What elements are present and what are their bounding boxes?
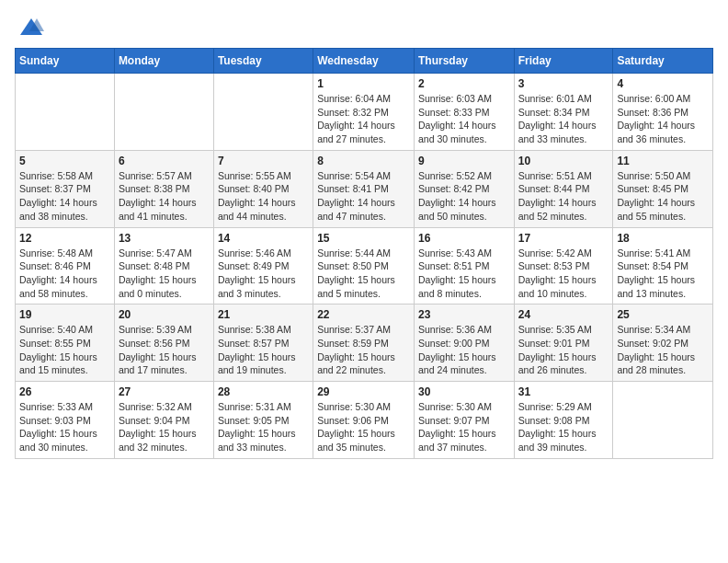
calendar-cell: 16Sunrise: 5:43 AM Sunset: 8:51 PM Dayli… bbox=[414, 227, 514, 304]
day-info: Sunrise: 5:35 AM Sunset: 9:01 PM Dayligh… bbox=[518, 323, 609, 377]
day-info: Sunrise: 5:36 AM Sunset: 9:00 PM Dayligh… bbox=[418, 323, 510, 377]
day-info: Sunrise: 5:31 AM Sunset: 9:05 PM Dayligh… bbox=[218, 400, 309, 454]
calendar-cell: 11Sunrise: 5:50 AM Sunset: 8:45 PM Dayli… bbox=[613, 150, 713, 227]
calendar-cell: 3Sunrise: 6:01 AM Sunset: 8:34 PM Daylig… bbox=[514, 74, 613, 151]
day-number: 11 bbox=[617, 155, 709, 167]
day-info: Sunrise: 5:39 AM Sunset: 8:56 PM Dayligh… bbox=[119, 323, 210, 377]
calendar-cell bbox=[16, 74, 115, 151]
calendar-cell: 14Sunrise: 5:46 AM Sunset: 8:49 PM Dayli… bbox=[213, 227, 313, 304]
calendar-cell: 17Sunrise: 5:42 AM Sunset: 8:53 PM Dayli… bbox=[514, 227, 613, 304]
day-info: Sunrise: 5:32 AM Sunset: 9:04 PM Dayligh… bbox=[119, 400, 210, 454]
calendar-cell: 2Sunrise: 6:03 AM Sunset: 8:33 PM Daylig… bbox=[414, 74, 514, 151]
weekday-friday: Friday bbox=[514, 49, 613, 74]
day-info: Sunrise: 5:40 AM Sunset: 8:55 PM Dayligh… bbox=[19, 323, 110, 377]
day-info: Sunrise: 5:52 AM Sunset: 8:42 PM Dayligh… bbox=[418, 169, 510, 224]
week-row-3: 12Sunrise: 5:48 AM Sunset: 8:46 PM Dayli… bbox=[16, 227, 713, 304]
day-number: 27 bbox=[119, 385, 210, 398]
calendar-cell: 27Sunrise: 5:32 AM Sunset: 9:04 PM Dayli… bbox=[114, 382, 213, 459]
day-number: 30 bbox=[418, 385, 510, 398]
day-info: Sunrise: 5:29 AM Sunset: 9:08 PM Dayligh… bbox=[518, 400, 609, 454]
calendar-cell: 4Sunrise: 6:00 AM Sunset: 8:36 PM Daylig… bbox=[613, 74, 713, 151]
day-info: Sunrise: 5:47 AM Sunset: 8:48 PM Dayligh… bbox=[119, 247, 210, 301]
day-number: 1 bbox=[317, 77, 410, 90]
calendar-cell: 24Sunrise: 5:35 AM Sunset: 9:01 PM Dayli… bbox=[514, 304, 613, 382]
calendar-cell: 9Sunrise: 5:52 AM Sunset: 8:42 PM Daylig… bbox=[414, 150, 514, 227]
calendar-cell: 10Sunrise: 5:51 AM Sunset: 8:44 PM Dayli… bbox=[514, 150, 613, 227]
calendar-cell: 5Sunrise: 5:58 AM Sunset: 8:37 PM Daylig… bbox=[16, 150, 115, 227]
weekday-thursday: Thursday bbox=[414, 49, 514, 74]
calendar-cell: 29Sunrise: 5:30 AM Sunset: 9:06 PM Dayli… bbox=[313, 382, 415, 459]
calendar-cell: 21Sunrise: 5:38 AM Sunset: 8:57 PM Dayli… bbox=[213, 304, 313, 382]
weekday-tuesday: Tuesday bbox=[213, 49, 313, 74]
day-info: Sunrise: 5:51 AM Sunset: 8:44 PM Dayligh… bbox=[518, 169, 609, 224]
page-header bbox=[15, 15, 713, 37]
calendar-cell: 20Sunrise: 5:39 AM Sunset: 8:56 PM Dayli… bbox=[114, 304, 213, 382]
day-info: Sunrise: 6:03 AM Sunset: 8:33 PM Dayligh… bbox=[418, 92, 510, 146]
day-number: 12 bbox=[19, 232, 110, 245]
day-info: Sunrise: 5:44 AM Sunset: 8:50 PM Dayligh… bbox=[317, 247, 410, 301]
week-row-1: 1Sunrise: 6:04 AM Sunset: 8:32 PM Daylig… bbox=[16, 74, 713, 151]
calendar-cell: 15Sunrise: 5:44 AM Sunset: 8:50 PM Dayli… bbox=[313, 227, 415, 304]
day-info: Sunrise: 5:34 AM Sunset: 9:02 PM Dayligh… bbox=[617, 323, 709, 377]
day-number: 7 bbox=[218, 155, 309, 167]
day-info: Sunrise: 5:41 AM Sunset: 8:54 PM Dayligh… bbox=[617, 247, 709, 301]
week-row-2: 5Sunrise: 5:58 AM Sunset: 8:37 PM Daylig… bbox=[16, 150, 713, 227]
day-info: Sunrise: 5:54 AM Sunset: 8:41 PM Dayligh… bbox=[317, 169, 410, 224]
day-info: Sunrise: 5:30 AM Sunset: 9:06 PM Dayligh… bbox=[317, 400, 410, 454]
calendar-cell bbox=[114, 74, 213, 151]
weekday-saturday: Saturday bbox=[613, 49, 713, 74]
day-number: 26 bbox=[19, 385, 110, 398]
day-info: Sunrise: 5:48 AM Sunset: 8:46 PM Dayligh… bbox=[19, 247, 110, 301]
calendar-cell: 26Sunrise: 5:33 AM Sunset: 9:03 PM Dayli… bbox=[16, 382, 115, 459]
calendar-cell: 18Sunrise: 5:41 AM Sunset: 8:54 PM Dayli… bbox=[613, 227, 713, 304]
weekday-header: SundayMondayTuesdayWednesdayThursdayFrid… bbox=[16, 49, 713, 74]
day-number: 17 bbox=[518, 232, 609, 245]
weekday-wednesday: Wednesday bbox=[313, 49, 415, 74]
day-info: Sunrise: 5:43 AM Sunset: 8:51 PM Dayligh… bbox=[418, 247, 510, 301]
day-info: Sunrise: 5:33 AM Sunset: 9:03 PM Dayligh… bbox=[19, 400, 110, 454]
calendar-cell: 19Sunrise: 5:40 AM Sunset: 8:55 PM Dayli… bbox=[16, 304, 115, 382]
calendar-cell: 28Sunrise: 5:31 AM Sunset: 9:05 PM Dayli… bbox=[213, 382, 313, 459]
day-info: Sunrise: 5:50 AM Sunset: 8:45 PM Dayligh… bbox=[617, 169, 709, 224]
calendar-body: 1Sunrise: 6:04 AM Sunset: 8:32 PM Daylig… bbox=[16, 74, 713, 459]
day-info: Sunrise: 6:00 AM Sunset: 8:36 PM Dayligh… bbox=[617, 92, 709, 146]
day-number: 14 bbox=[218, 232, 309, 245]
day-info: Sunrise: 6:01 AM Sunset: 8:34 PM Dayligh… bbox=[518, 92, 609, 146]
day-number: 16 bbox=[418, 232, 510, 245]
calendar-cell bbox=[613, 382, 713, 459]
day-number: 24 bbox=[518, 308, 609, 321]
day-number: 29 bbox=[317, 385, 410, 398]
day-info: Sunrise: 5:55 AM Sunset: 8:40 PM Dayligh… bbox=[218, 169, 309, 224]
day-number: 20 bbox=[119, 308, 210, 321]
logo bbox=[15, 15, 44, 37]
calendar-cell: 6Sunrise: 5:57 AM Sunset: 8:38 PM Daylig… bbox=[114, 150, 213, 227]
calendar-cell: 1Sunrise: 6:04 AM Sunset: 8:32 PM Daylig… bbox=[313, 74, 415, 151]
day-number: 10 bbox=[518, 155, 609, 167]
day-info: Sunrise: 5:37 AM Sunset: 8:59 PM Dayligh… bbox=[317, 323, 410, 377]
day-number: 25 bbox=[617, 308, 709, 321]
day-number: 5 bbox=[19, 155, 110, 167]
calendar-cell: 7Sunrise: 5:55 AM Sunset: 8:40 PM Daylig… bbox=[213, 150, 313, 227]
day-number: 15 bbox=[317, 232, 410, 245]
calendar-cell: 25Sunrise: 5:34 AM Sunset: 9:02 PM Dayli… bbox=[613, 304, 713, 382]
weekday-sunday: Sunday bbox=[16, 49, 115, 74]
weekday-monday: Monday bbox=[114, 49, 213, 74]
calendar-cell: 22Sunrise: 5:37 AM Sunset: 8:59 PM Dayli… bbox=[313, 304, 415, 382]
day-number: 28 bbox=[218, 385, 309, 398]
day-number: 6 bbox=[119, 155, 210, 167]
day-number: 22 bbox=[317, 308, 410, 321]
day-number: 9 bbox=[418, 155, 510, 167]
calendar: SundayMondayTuesdayWednesdayThursdayFrid… bbox=[15, 48, 713, 459]
calendar-cell: 31Sunrise: 5:29 AM Sunset: 9:08 PM Dayli… bbox=[514, 382, 613, 459]
logo-icon bbox=[18, 15, 44, 40]
day-number: 8 bbox=[317, 155, 410, 167]
day-number: 18 bbox=[617, 232, 709, 245]
calendar-cell bbox=[213, 74, 313, 151]
day-info: Sunrise: 6:04 AM Sunset: 8:32 PM Dayligh… bbox=[317, 92, 410, 146]
calendar-cell: 13Sunrise: 5:47 AM Sunset: 8:48 PM Dayli… bbox=[114, 227, 213, 304]
week-row-4: 19Sunrise: 5:40 AM Sunset: 8:55 PM Dayli… bbox=[16, 304, 713, 382]
calendar-cell: 12Sunrise: 5:48 AM Sunset: 8:46 PM Dayli… bbox=[16, 227, 115, 304]
day-info: Sunrise: 5:38 AM Sunset: 8:57 PM Dayligh… bbox=[218, 323, 309, 377]
calendar-cell: 8Sunrise: 5:54 AM Sunset: 8:41 PM Daylig… bbox=[313, 150, 415, 227]
day-number: 19 bbox=[19, 308, 110, 321]
